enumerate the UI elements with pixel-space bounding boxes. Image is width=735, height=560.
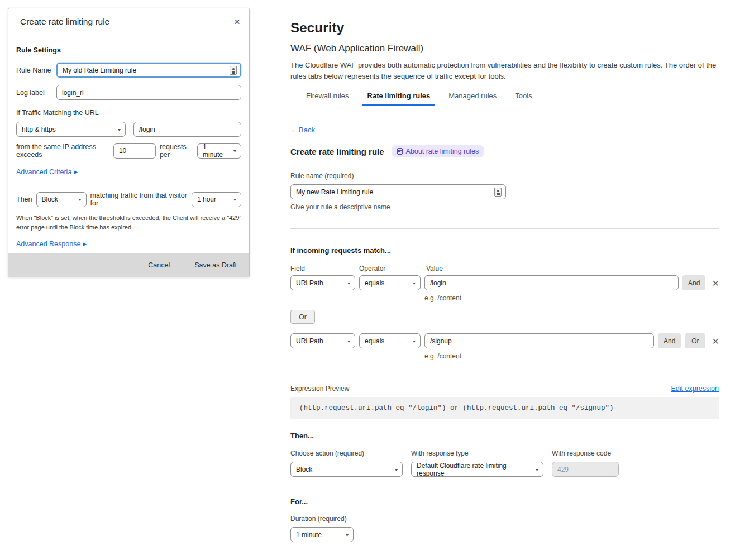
value-input[interactable] <box>424 333 654 348</box>
response-type-select[interactable]: Default Cloudflare rate limiting respons… <box>411 462 543 477</box>
value-hint: e.g. /content <box>424 294 719 302</box>
tab-firewall-rules[interactable]: Firewall rules <box>306 92 349 106</box>
action-select[interactable]: Block ▾ <box>36 192 87 207</box>
remove-row-icon[interactable]: × <box>712 336 719 347</box>
choose-action-label: Choose action (required) <box>290 449 403 457</box>
threshold-prefix: from the same IP address exceeds <box>16 143 109 159</box>
log-label-row: Log label <box>16 85 241 100</box>
chevron-down-icon: ▾ <box>413 338 416 343</box>
field-select[interactable]: URI Path ▾ <box>290 333 355 348</box>
match-heading: If incoming requests match... <box>290 246 719 255</box>
chevron-down-icon: ▾ <box>536 467 538 472</box>
traffic-match-heading: If Traffic Matching the URL <box>16 109 241 117</box>
or-button[interactable]: Or <box>685 333 705 348</box>
modal-footer: Cancel Save as Draft <box>8 253 249 277</box>
expression-code: (http.request.uri.path eq "/login") or (… <box>290 397 719 419</box>
match-row: URI Path ▾ equals ▾ And × <box>290 275 719 290</box>
chevron-down-icon: ▾ <box>347 280 350 285</box>
save-as-draft-button[interactable]: Save as Draft <box>194 261 237 269</box>
chevron-down-icon: ▾ <box>413 280 416 285</box>
field-column-label: Field <box>290 265 359 272</box>
then-row: Then Block ▾ matching traffic from that … <box>16 192 241 207</box>
tab-tools[interactable]: Tools <box>515 92 532 106</box>
page-description: The Cloudflare WAF provides both automat… <box>290 60 719 82</box>
field-select[interactable]: URI Path ▾ <box>290 275 355 290</box>
block-note: When “Block” is set, when the threshold … <box>16 213 241 232</box>
then-heading: Then... <box>290 432 719 440</box>
response-code-label: With response code <box>552 449 619 457</box>
period-select[interactable]: 1 minute ▾ <box>197 143 241 159</box>
chevron-down-icon: ▾ <box>78 197 81 202</box>
rule-name-label: Rule Name <box>16 66 56 74</box>
page-title: Security <box>290 20 719 36</box>
chevron-down-icon: ▾ <box>395 467 398 472</box>
rule-name-row: Rule Name <box>16 63 241 78</box>
rule-name-input[interactable] <box>290 184 506 199</box>
rule-name-input[interactable] <box>56 63 241 78</box>
back-link[interactable]: ← Back <box>290 126 315 134</box>
chevron-down-icon: ▾ <box>118 127 121 132</box>
chevron-down-icon: ▾ <box>346 532 349 537</box>
url-match-row: http & https ▾ <box>16 122 241 137</box>
for-heading: For... <box>290 497 719 506</box>
create-rate-limit-modal: Create rate limiting rule × Rule Setting… <box>8 8 250 277</box>
duration-select[interactable]: 1 minute ▾ <box>290 527 354 542</box>
threshold-input[interactable] <box>113 143 156 159</box>
modal-body: Rule Settings Rule Name Log label If Tra… <box>8 46 249 274</box>
tab-managed-rules[interactable]: Managed rules <box>448 92 497 106</box>
expand-arrow-icon: ▶ <box>74 169 78 175</box>
cancel-button[interactable]: Cancel <box>148 261 170 269</box>
edit-expression-link[interactable]: Edit expression <box>671 385 719 393</box>
waf-panel: Security WAF (Web Application Firewall) … <box>281 8 728 553</box>
remove-row-icon[interactable]: × <box>712 277 719 289</box>
expression-preview-label: Expression Preview <box>290 385 349 393</box>
chevron-down-icon: ▾ <box>233 149 236 154</box>
url-input[interactable] <box>133 122 241 137</box>
rule-name-label: Rule name (required) <box>290 172 719 180</box>
response-type-label: With response type <box>411 449 543 457</box>
value-column-label: Value <box>426 265 443 272</box>
expand-arrow-icon: ▶ <box>83 241 87 247</box>
log-label-input[interactable] <box>56 85 241 100</box>
divider <box>290 228 719 229</box>
rule-name-hint: Give your rule a descriptive name <box>290 203 719 211</box>
duration-label: Duration (required) <box>290 515 719 523</box>
then-label: Then <box>16 195 32 203</box>
threshold-row: from the same IP address exceeds request… <box>16 143 241 159</box>
modal-titlebar: Create rate limiting rule × <box>8 8 249 35</box>
close-icon[interactable]: × <box>234 16 240 27</box>
and-button[interactable]: And <box>658 333 681 348</box>
back-arrow-icon: ← <box>290 126 298 134</box>
threshold-middle: requests per <box>160 143 193 159</box>
value-input[interactable] <box>424 275 679 290</box>
choose-action-select[interactable]: Block ▾ <box>290 462 403 477</box>
then-middle-label: matching traffic from that visitor for <box>90 192 188 207</box>
response-code-input <box>552 462 619 477</box>
or-connector-button[interactable]: Or <box>290 310 315 324</box>
form-title: Create rate limiting rule <box>290 147 384 156</box>
value-hint: e.g. /content <box>424 352 719 360</box>
advanced-response-link[interactable]: Advanced Response ▶ <box>16 240 87 248</box>
tab-rate-limiting-rules[interactable]: Rate limiting rules <box>367 92 431 106</box>
doc-icon <box>397 148 403 155</box>
and-button[interactable]: And <box>682 275 705 290</box>
chevron-down-icon: ▾ <box>233 197 236 202</box>
rule-settings-heading: Rule Settings <box>16 46 241 54</box>
match-row: URI Path ▾ equals ▾ And Or × <box>290 333 719 348</box>
operator-select[interactable]: equals ▾ <box>359 333 421 348</box>
autofill-icon <box>494 188 502 197</box>
operator-column-label: Operator <box>359 265 426 272</box>
operator-select[interactable]: equals ▾ <box>359 275 421 290</box>
about-rate-limiting-badge[interactable]: About rate limiting rules <box>392 145 485 157</box>
page-subtitle: WAF (Web Application Firewall) <box>290 43 719 54</box>
block-duration-select[interactable]: 1 hour ▾ <box>192 192 241 207</box>
divider <box>16 184 241 184</box>
tabs-bar: Firewall rules Rate limiting rules Manag… <box>290 92 719 106</box>
advanced-criteria-link[interactable]: Advanced Criteria ▶ <box>16 168 78 176</box>
scheme-select[interactable]: http & https ▾ <box>16 122 126 137</box>
autofill-icon <box>230 66 237 75</box>
modal-title: Create rate limiting rule <box>20 17 109 27</box>
log-label-label: Log label <box>16 89 56 97</box>
chevron-down-icon: ▾ <box>347 338 350 343</box>
